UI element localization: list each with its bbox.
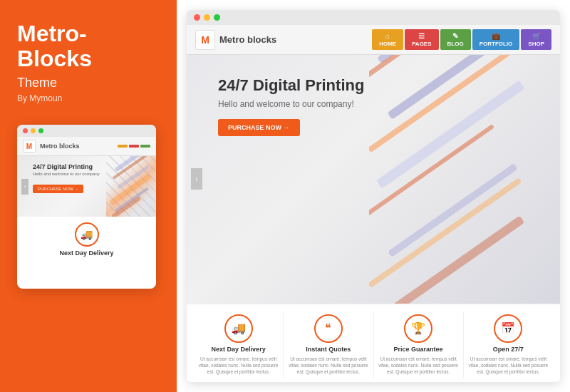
desktop-logo: M Metro blocks — [195, 30, 276, 50]
mobile-mockup: M Metro blocks ‹ 24/7 Digital Printing H… — [17, 125, 156, 289]
feature-guarantee: 🏆 Price Guarantee Ut accumsan est ornare… — [374, 311, 464, 378]
right-panel: M Metro blocks ⌂ HOME ☰ PAGES ✎ BLOG 💼 — [177, 0, 570, 392]
mobile-hero-text: 24/7 Digital Printing Hello and welcome … — [33, 163, 149, 193]
nav-shop-label: SHOP — [528, 41, 544, 47]
feature-open-title: Open 27/7 — [493, 346, 524, 353]
shop-icon: 🛒 — [532, 32, 541, 40]
blog-icon: ✎ — [452, 32, 458, 40]
desktop-hero: ‹ 24/7 Digital Printing Hello and welcom… — [187, 55, 560, 304]
desktop-nav-items: ⌂ HOME ☰ PAGES ✎ BLOG 💼 PORTFOLIO 🛒 — [372, 29, 551, 50]
feature-quotes: ❝ Instant Quotes Ut accumsan est ornare,… — [284, 311, 373, 378]
desktop-hero-title: 24/7 Digital Printing — [218, 76, 418, 95]
mobile-delivery-icon: 🚚 — [75, 222, 99, 247]
nav-blog-label: BLOG — [447, 41, 464, 47]
desktop-mockup: M Metro blocks ⌂ HOME ☰ PAGES ✎ BLOG 💼 — [187, 10, 560, 382]
mobile-feature-section: 🚚 Next Day Delivery — [17, 217, 156, 262]
nav-pages-label: PAGES — [412, 41, 431, 47]
mobile-feature-title: Next Day Delivery — [59, 249, 113, 257]
nav-item-pages[interactable]: ☰ PAGES — [405, 29, 438, 50]
nav-item-blog[interactable]: ✎ BLOG — [440, 29, 471, 50]
theme-author: By Mymoun — [17, 93, 160, 103]
portfolio-icon: 💼 — [492, 32, 500, 40]
guarantee-icon: 🏆 — [404, 314, 432, 343]
mobile-dot-yellow — [31, 128, 36, 133]
desktop-features: 🚚 Next Day Delivery Ut accumsan est orna… — [187, 304, 560, 382]
mobile-logo-text: Metro blocks — [40, 143, 80, 150]
desktop-logo-text: Metro blocks — [219, 34, 276, 45]
desktop-nav: M Metro blocks ⌂ HOME ☰ PAGES ✎ BLOG 💼 — [187, 25, 560, 55]
desktop-dot-yellow — [204, 14, 210, 21]
desktop-logo-icon: M — [195, 30, 215, 50]
mobile-topbar — [17, 125, 156, 137]
mobile-dot-red — [23, 128, 28, 133]
feature-delivery: 🚚 Next Day Delivery Ut accumsan est orna… — [194, 311, 284, 378]
nav-item-home[interactable]: ⌂ HOME — [372, 29, 403, 50]
mobile-hero-subtitle: Hello and welcome to our company — [33, 172, 149, 176]
feature-guarantee-desc: Ut accumsan est ornare, tempus velit vit… — [378, 356, 459, 375]
open-icon: 📅 — [494, 314, 522, 343]
mobile-slider-arrow[interactable]: ‹ — [21, 179, 28, 195]
nav-item-portfolio[interactable]: 💼 PORTFOLIO — [472, 29, 520, 50]
desktop-hero-text: 24/7 Digital Printing Hello and welcome … — [218, 76, 418, 136]
feature-open: 📅 Open 27/7 Ut accumsan est ornare, temp… — [464, 311, 553, 378]
feature-delivery-desc: Ut accumsan est ornare, tempus velit vit… — [198, 356, 279, 375]
theme-title: Metro-Blocks — [17, 21, 160, 71]
mobile-hero: ‹ 24/7 Digital Printing Hello and welcom… — [17, 156, 156, 217]
desktop-hero-subtitle: Hello and welcome to our company! — [218, 99, 418, 109]
feature-delivery-title: Next Day Delivery — [212, 346, 266, 353]
mobile-hero-title: 24/7 Digital Printing — [33, 163, 149, 170]
desktop-slider-arrow[interactable]: ‹ — [191, 168, 202, 190]
nav-portfolio-label: PORTFOLIO — [480, 41, 513, 47]
nav-item-shop[interactable]: 🛒 SHOP — [521, 29, 551, 50]
pages-icon: ☰ — [418, 32, 425, 40]
desktop-dot-red — [194, 14, 200, 21]
feature-quotes-title: Instant Quotes — [306, 346, 351, 353]
quotes-icon: ❝ — [314, 314, 343, 343]
feature-guarantee-title: Price Guarantee — [394, 346, 443, 353]
mobile-nav: M Metro blocks — [17, 137, 156, 156]
nav-home-label: HOME — [379, 41, 396, 47]
desktop-topbar — [187, 10, 560, 25]
left-panel: Metro-Blocks Theme By Mymoun M Metro blo… — [0, 0, 177, 392]
mobile-dot-green — [38, 128, 43, 133]
feature-open-desc: Ut accumsan est ornare, tempus velit vit… — [468, 356, 549, 375]
feature-quotes-desc: Ut accumsan est ornare, tempus velit vit… — [288, 356, 368, 375]
mobile-purchase-button[interactable]: PURCHASE NOW → — [33, 185, 83, 193]
mobile-logo-icon: M — [23, 140, 36, 153]
desktop-purchase-button[interactable]: PURCHASE NOW → — [218, 119, 300, 136]
home-icon: ⌂ — [385, 32, 390, 40]
delivery-icon: 🚚 — [224, 314, 253, 343]
desktop-dot-green — [214, 14, 220, 21]
theme-subtitle: Theme — [17, 76, 160, 91]
